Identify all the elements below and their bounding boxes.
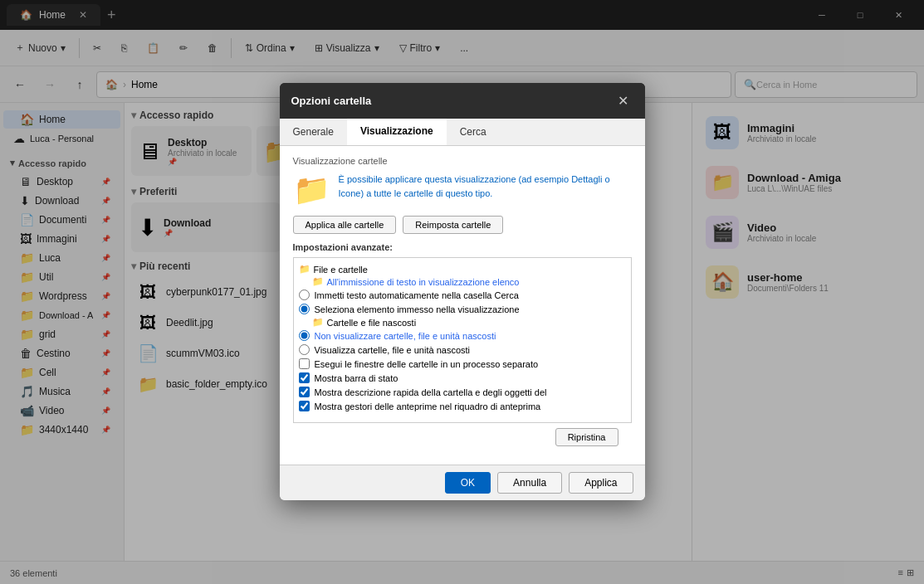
ripristina-btn[interactable]: Ripristina <box>555 428 618 446</box>
folder-visualization: 📁 È possibile applicare questa visualizz… <box>293 173 632 207</box>
tree-barra-stato[interactable]: Mostra barra di stato <box>299 371 626 385</box>
check-desc[interactable] <box>299 387 310 397</box>
dialog-tabs: Generale Visualizzazione Cerca <box>280 119 645 146</box>
dialog-overlay: ▼ Opzioni cartella ✕ Generale Visualizza… <box>0 0 924 584</box>
tree-nascosti[interactable]: 📁 Cartelle e file nascosti <box>299 316 626 328</box>
applica-btn[interactable]: Applica <box>569 472 633 494</box>
tree-visualizza-nascosti[interactable]: Visualizza cartelle, file e unità nascos… <box>299 343 626 357</box>
dialog-content: Visualizzazione cartelle 📁 È possibile a… <box>280 146 645 465</box>
check-gestori[interactable] <box>299 401 310 411</box>
tab-visualizzazione[interactable]: Visualizzazione <box>347 119 447 145</box>
folder-viz-icon: 📁 <box>293 173 330 207</box>
folder-viz-desc: È possibile applicare questa visualizzaz… <box>339 173 632 200</box>
folder-small-icon-3: 📁 <box>312 317 324 328</box>
check-barra[interactable] <box>299 372 310 383</box>
folder-small-icon: 📁 <box>299 264 310 275</box>
dialog-titlebar: ▼ Opzioni cartella ✕ <box>280 83 645 119</box>
tree-finestre-separate[interactable]: Esegui le finestre delle cartelle in un … <box>299 357 626 371</box>
radio-non-vis[interactable] <box>299 330 310 341</box>
advanced-label: Impostazioni avanzate: <box>293 242 632 252</box>
dialog-body: Generale Visualizzazione Cerca Visualizz… <box>280 119 645 500</box>
reset-folders-btn[interactable]: Reimposta cartelle <box>403 216 503 234</box>
apply-reset-btns: Applica alle cartelle Reimposta cartelle <box>293 216 632 234</box>
radio-vis-nascosti[interactable] <box>299 344 310 355</box>
tree-file-cartelle[interactable]: 📁 File e cartelle <box>299 263 626 275</box>
tree-non-visualizzare[interactable]: Non visualizzare cartelle, file e unità … <box>299 328 626 343</box>
annulla-btn[interactable]: Annulla <box>497 472 562 494</box>
tree-immetti-auto[interactable]: Immetti testo automaticamente nella case… <box>299 288 626 302</box>
ripristina-container: Ripristina <box>293 423 632 455</box>
folder-view-label: Visualizzazione cartelle <box>293 156 632 166</box>
check-finestre[interactable] <box>299 358 310 369</box>
tree-seleziona[interactable]: Seleziona elemento immesso nella visuali… <box>299 302 626 316</box>
arrow-down-indicator: ▼ <box>452 83 473 89</box>
options-dialog: ▼ Opzioni cartella ✕ Generale Visualizza… <box>280 83 645 500</box>
folder-small-icon-2: 📁 <box>312 276 324 287</box>
radio-immetti-auto[interactable] <box>299 290 310 300</box>
advanced-tree[interactable]: 📁 File e cartelle 📁 All'immissione di te… <box>293 257 632 423</box>
tree-gestori-anteprime[interactable]: Mostra gestori delle anteprime nel riqua… <box>299 399 626 413</box>
ok-btn[interactable]: OK <box>445 472 491 494</box>
tab-cerca[interactable]: Cerca <box>447 119 500 145</box>
tree-immissione[interactable]: 📁 All'immissione di testo in visualizzaz… <box>299 275 626 288</box>
tree-desc-rapida[interactable]: Mostra descrizione rapida della cartella… <box>299 385 626 399</box>
dialog-title: Opzioni cartella <box>291 95 372 107</box>
radio-seleziona[interactable] <box>299 304 310 314</box>
tab-generale[interactable]: Generale <box>280 119 347 145</box>
apply-to-folders-btn[interactable]: Applica alle cartelle <box>293 216 397 234</box>
dialog-close-btn[interactable]: ✕ <box>613 91 633 110</box>
dialog-footer: OK Annulla Applica <box>280 465 645 500</box>
